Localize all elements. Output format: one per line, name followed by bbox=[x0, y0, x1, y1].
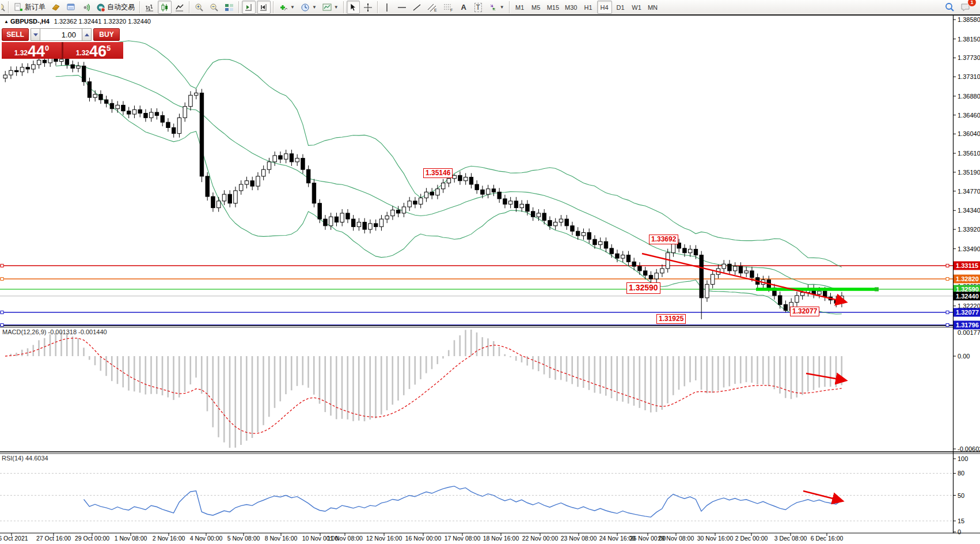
search-button[interactable] bbox=[943, 1, 957, 14]
svg-text:1.38150: 1.38150 bbox=[958, 36, 980, 43]
svg-text:11 Nov 08:00: 11 Nov 08:00 bbox=[327, 535, 363, 542]
price-annotation[interactable]: 1.35146 bbox=[423, 168, 453, 178]
market-watch-icon bbox=[66, 3, 75, 12]
buy-button[interactable]: BUY bbox=[93, 28, 120, 41]
trendline-button[interactable] bbox=[410, 1, 424, 14]
crosshair-button[interactable] bbox=[361, 1, 375, 14]
zoom-out-button[interactable] bbox=[207, 1, 221, 14]
symbol-name: GBPUSD-,H4 bbox=[10, 18, 50, 25]
volume-input[interactable] bbox=[40, 28, 82, 41]
timeframe-mn-button[interactable]: MN bbox=[645, 1, 660, 14]
crosshair-icon bbox=[363, 3, 373, 12]
timeframe-m15-button[interactable]: M15 bbox=[545, 1, 561, 14]
periods-button[interactable]: ▼ bbox=[298, 1, 319, 14]
search-icon bbox=[945, 2, 955, 12]
zoom-out-icon bbox=[210, 3, 219, 12]
sell-price-panel[interactable]: 1.32440 bbox=[2, 42, 62, 59]
price-annotation[interactable]: 1.31925 bbox=[656, 314, 686, 324]
text-icon: A bbox=[461, 3, 466, 12]
new-order-icon bbox=[14, 3, 23, 12]
svg-text:80: 80 bbox=[958, 470, 964, 477]
timeframe-m30-button[interactable]: M30 bbox=[563, 1, 579, 14]
notification-badge: 1 bbox=[967, 0, 977, 7]
zoom-in-button[interactable] bbox=[192, 1, 206, 14]
timeframe-w1-button[interactable]: W1 bbox=[629, 1, 644, 14]
timeframe-h4-button[interactable]: H4 bbox=[597, 1, 612, 14]
fibonacci-button[interactable]: F bbox=[441, 1, 456, 14]
text-button[interactable]: A bbox=[457, 1, 470, 14]
candlestick-chart-button[interactable] bbox=[158, 1, 172, 14]
ohlc-values: 1.32362 1.32441 1.32320 1.32440 bbox=[54, 18, 151, 25]
toolbar: 新订单 自动交易 bbox=[0, 0, 980, 16]
divider bbox=[189, 1, 190, 13]
arrows-button[interactable]: ▼ bbox=[486, 1, 507, 14]
label-button[interactable]: T bbox=[472, 1, 485, 14]
price-annotation[interactable]: 1.32077 bbox=[790, 307, 819, 316]
clipped-icon bbox=[1, 1, 6, 14]
label-icon: T bbox=[474, 3, 482, 12]
svg-text:23 Nov 08:00: 23 Nov 08:00 bbox=[561, 535, 597, 542]
timeframe-h1-button[interactable]: H1 bbox=[581, 1, 596, 14]
cursor-button[interactable] bbox=[347, 1, 360, 14]
horizontal-line-button[interactable] bbox=[395, 1, 409, 14]
svg-text:0.00: 0.00 bbox=[958, 353, 970, 360]
market-watch-button[interactable] bbox=[64, 1, 78, 14]
timeframe-m1-button[interactable]: M1 bbox=[512, 1, 527, 14]
tile-windows-button[interactable] bbox=[222, 1, 236, 14]
time-axis[interactable]: 26 Oct 202127 Oct 16:0029 Oct 00:001 Nov… bbox=[0, 533, 843, 542]
svg-text:1.32077: 1.32077 bbox=[956, 309, 979, 316]
svg-text:50: 50 bbox=[958, 492, 964, 499]
svg-text:1.34340: 1.34340 bbox=[958, 207, 980, 214]
svg-text:1.32820: 1.32820 bbox=[956, 275, 979, 282]
template-icon bbox=[322, 3, 332, 12]
buy-price-small: 1.32 bbox=[76, 50, 89, 56]
sell-button[interactable]: SELL bbox=[2, 28, 29, 41]
svg-text:8 Nov 16:00: 8 Nov 16:00 bbox=[265, 535, 298, 542]
divider bbox=[377, 1, 378, 13]
chart-shift-button[interactable] bbox=[257, 1, 271, 14]
one-click-trading-widget: SELL BUY 1.32440 1.32465 bbox=[2, 28, 123, 59]
price-annotation[interactable]: 1.33692 bbox=[649, 235, 678, 244]
price-annotation[interactable]: 1.32590 bbox=[626, 282, 660, 294]
symbol-header: ▲GBPUSD-,H41.32362 1.32441 1.32320 1.324… bbox=[4, 18, 151, 25]
candlestick-chart-icon bbox=[160, 3, 169, 12]
metaeditor-button[interactable] bbox=[49, 1, 63, 14]
equidistant-channel-button[interactable]: E bbox=[425, 1, 440, 14]
fibonacci-icon: F bbox=[443, 3, 454, 12]
vertical-line-button[interactable] bbox=[381, 1, 394, 14]
svg-text:4 Nov 00:00: 4 Nov 00:00 bbox=[190, 535, 223, 542]
chart-canvas[interactable]: 1.385801.381501.377301.373101.368801.364… bbox=[0, 0, 980, 544]
svg-text:1.31796: 1.31796 bbox=[956, 322, 979, 328]
chat-button[interactable]: 1 bbox=[958, 1, 973, 14]
volume-increase-button[interactable] bbox=[82, 28, 92, 41]
mt4-window: 新订单 自动交易 bbox=[0, 0, 980, 544]
signals-button[interactable] bbox=[79, 1, 93, 14]
bar-chart-icon bbox=[145, 3, 154, 12]
line-handle[interactable] bbox=[875, 287, 879, 291]
svg-text:2 Nov 16:00: 2 Nov 16:00 bbox=[153, 535, 185, 542]
chevron-down-icon: ▼ bbox=[334, 5, 339, 10]
svg-text:1.32590: 1.32590 bbox=[956, 286, 979, 293]
svg-text:29 Nov 08:00: 29 Nov 08:00 bbox=[658, 535, 694, 542]
triangle-up-icon bbox=[85, 33, 89, 36]
sell-price-sup: 0 bbox=[45, 44, 49, 52]
buy-price-panel[interactable]: 1.32465 bbox=[63, 42, 123, 59]
timeframe-d1-button[interactable]: D1 bbox=[613, 1, 628, 14]
collapse-arrow-icon[interactable]: ▲ bbox=[4, 19, 9, 24]
line-chart-button[interactable] bbox=[173, 1, 187, 14]
divider bbox=[8, 1, 9, 13]
volume-decrease-button[interactable] bbox=[31, 28, 40, 41]
new-order-button[interactable]: 新订单 bbox=[12, 1, 48, 14]
svg-text:1.36880: 1.36880 bbox=[958, 93, 980, 100]
autoscroll-icon bbox=[244, 3, 253, 12]
autoscroll-button[interactable] bbox=[242, 1, 256, 14]
autotrading-button[interactable]: 自动交易 bbox=[94, 1, 137, 14]
chevron-down-icon: ▼ bbox=[500, 5, 504, 10]
arrows-icon bbox=[488, 3, 497, 12]
indicators-icon bbox=[279, 3, 288, 12]
timeframe-m5-button[interactable]: M5 bbox=[529, 1, 544, 14]
indicators-button[interactable]: ▼ bbox=[276, 1, 297, 14]
templates-button[interactable]: ▼ bbox=[320, 1, 341, 14]
triangle-down-icon bbox=[33, 33, 38, 36]
bar-chart-button[interactable] bbox=[143, 1, 157, 14]
